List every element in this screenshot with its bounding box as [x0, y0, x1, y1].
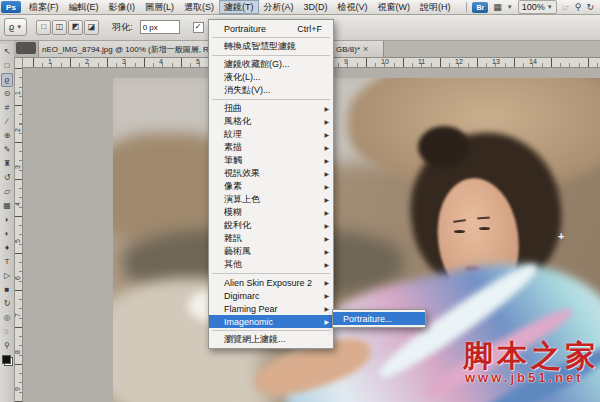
menu-item-portraiture-last[interactable]: Portraiture Ctrl+F: [209, 22, 333, 35]
menu-item-label: 素描: [224, 141, 316, 154]
move-tool-icon[interactable]: ↖: [1, 45, 13, 59]
menu-item-imagenomic[interactable]: Imagenomic ▶: [209, 315, 333, 328]
divider: [466, 2, 467, 12]
pen-tool-icon[interactable]: ♦: [1, 241, 13, 255]
subtract-from-selection-icon[interactable]: ◩: [68, 20, 83, 35]
menubar-item-filter[interactable]: 濾鏡(T): [219, 0, 259, 14]
history-brush-tool-icon[interactable]: ↺: [1, 171, 13, 185]
path-selection-tool-icon[interactable]: ▷: [1, 269, 13, 283]
zoom-level-select[interactable]: 100% ▼: [518, 0, 557, 14]
menu-item-other[interactable]: 其他 ▶: [209, 258, 333, 271]
eraser-tool-icon[interactable]: ▱: [1, 185, 13, 199]
canvas-image[interactable]: + 脚本之家 www.jb51.net: [113, 78, 600, 402]
hand-tool-icon[interactable]: ☞: [1, 325, 13, 339]
dodge-tool-icon[interactable]: ◐: [1, 227, 13, 241]
foreground-color-swatch[interactable]: [2, 355, 11, 364]
menu-item-convert-smart-filters[interactable]: 轉換成智慧型濾鏡: [209, 40, 333, 53]
menubar-item-layer[interactable]: 圖層(L): [140, 0, 179, 14]
document-tab-label: nEO_IMG_8794.jpg @ 100% (新增一般圖層, RGB/8)*: [42, 44, 232, 55]
eyedropper-tool-icon[interactable]: ∕: [1, 115, 13, 129]
menubar-item-help[interactable]: 說明(H): [415, 0, 456, 14]
menu-item-distort[interactable]: 扭曲 ▶: [209, 102, 333, 115]
menu-item-texture[interactable]: 紋理 ▶: [209, 128, 333, 141]
menu-item-brush-strokes[interactable]: 筆觸 ▶: [209, 154, 333, 167]
selection-mode-group: □◫◩◪: [36, 20, 99, 35]
menu-item-render[interactable]: 演算上色 ▶: [209, 193, 333, 206]
menu-item-blur[interactable]: 模糊 ▶: [209, 206, 333, 219]
panel-toggle[interactable]: [16, 42, 36, 54]
3d-rotate-tool-icon[interactable]: ↻: [1, 297, 13, 311]
menubar-item-file[interactable]: 檔案(F): [24, 0, 64, 14]
document-tab-2[interactable]: GB/8)* ×: [332, 40, 384, 57]
menu-item-sharpen[interactable]: 銳利化 ▶: [209, 219, 333, 232]
menu-item-label: Alien Skin Exposure 2: [224, 278, 316, 288]
crop-tool-icon[interactable]: #: [1, 101, 13, 115]
menu-separator: [212, 55, 330, 56]
shape-tool-icon[interactable]: ■: [1, 283, 13, 297]
arrange-documents-icon[interactable]: ▦: [493, 2, 502, 12]
menu-item-noise[interactable]: 雜訊 ▶: [209, 232, 333, 245]
menu-item-digimarc[interactable]: Digimarc ▶: [209, 289, 333, 302]
lasso-tool-icon[interactable]: ϱ: [1, 73, 13, 87]
menubar-item-image[interactable]: 影像(I): [104, 0, 141, 14]
intersect-selection-icon[interactable]: ◪: [84, 20, 99, 35]
type-tool-icon[interactable]: T: [1, 255, 13, 269]
menu-item-filter-gallery[interactable]: 濾鏡收藏館(G)...: [209, 58, 333, 71]
menubar-item-select[interactable]: 選取(S): [179, 0, 219, 14]
submenu-item-portraiture[interactable]: Portraiture...: [333, 312, 425, 325]
menu-separator: [212, 330, 330, 331]
menubar-item-window[interactable]: 視窗(W): [373, 0, 416, 14]
menu-item-flaming-pear[interactable]: Flaming Pear ▶: [209, 302, 333, 315]
menubar-item-edit[interactable]: 編輯(E): [64, 0, 104, 14]
submenu-arrow-icon: ▶: [322, 118, 329, 125]
rotate-view-icon[interactable]: ↻: [586, 2, 594, 12]
menubar-item-analysis[interactable]: 分析(A): [259, 0, 299, 14]
menu-item-sketch[interactable]: 素描 ▶: [209, 141, 333, 154]
menubar-item-3d[interactable]: 3D(D): [299, 0, 333, 14]
menu-item-browse-filters-online[interactable]: 瀏覽網上濾鏡...: [209, 333, 333, 346]
document-tab-2-label: GB/8)*: [336, 45, 360, 54]
clone-stamp-tool-icon[interactable]: ♜: [1, 157, 13, 171]
3d-orbit-tool-icon[interactable]: ◎: [1, 311, 13, 325]
menu-item-video[interactable]: 視訊效果 ▶: [209, 167, 333, 180]
hand-tool-icon[interactable]: ☞: [562, 2, 570, 12]
document-tab[interactable]: nEO_IMG_8794.jpg @ 100% (新增一般圖層, RGB/8)*: [38, 40, 232, 57]
menu-item-liquify[interactable]: 液化(L)...: [209, 71, 333, 84]
ruler-number: 5: [14, 239, 21, 243]
menu-item-label: 風格化: [224, 115, 316, 128]
tool-preset-picker[interactable]: ϱ ▼: [4, 18, 27, 36]
blur-tool-icon[interactable]: ◗: [1, 213, 13, 227]
menubar-item-view[interactable]: 檢視(V): [333, 0, 373, 14]
close-tab-icon[interactable]: ×: [363, 44, 368, 54]
bridge-button[interactable]: Br: [472, 2, 488, 13]
menu-item-stylize[interactable]: 風格化 ▶: [209, 115, 333, 128]
menu-bar: Ps 檔案(F)編輯(E)影像(I)圖層(L)選取(S)濾鏡(T)分析(A)3D…: [0, 0, 600, 15]
menu-item-alien-skin-exposure-2[interactable]: Alien Skin Exposure 2 ▶: [209, 276, 333, 289]
menu-item-artistic[interactable]: 藝術風 ▶: [209, 245, 333, 258]
antialias-checkbox[interactable]: ✓: [193, 22, 204, 33]
menu-item-shortcut: Ctrl+F: [297, 24, 322, 34]
submenu-arrow-icon: ▶: [322, 305, 329, 312]
color-swatches[interactable]: [2, 355, 13, 366]
zoom-level-value: 100%: [522, 2, 545, 12]
submenu-arrow-icon: ▶: [322, 157, 329, 164]
quick-selection-tool-icon[interactable]: ⊙: [1, 87, 13, 101]
ruler-number: 4: [159, 58, 163, 65]
menu-item-label: Flaming Pear: [224, 304, 316, 314]
brush-tool-icon[interactable]: ✎: [1, 143, 13, 157]
watermark-url: www.jb51.net: [465, 370, 584, 385]
menu-item-pixelate[interactable]: 像素 ▶: [209, 180, 333, 193]
menu-item-vanishing-point[interactable]: 消失點(V)...: [209, 84, 333, 97]
magnifier-icon[interactable]: ⚲: [575, 2, 582, 12]
marquee-tool-icon[interactable]: □: [1, 59, 13, 73]
vertical-ruler[interactable]: 123456789: [14, 57, 23, 402]
add-to-selection-icon[interactable]: ◫: [52, 20, 67, 35]
gradient-tool-icon[interactable]: ▦: [1, 199, 13, 213]
menu-separator: [212, 37, 330, 38]
zoom-tool-icon[interactable]: ⚲: [1, 339, 13, 353]
ruler-number: 1: [48, 58, 52, 65]
feather-input[interactable]: 0 px: [140, 20, 180, 34]
new-selection-icon[interactable]: □: [36, 20, 51, 35]
healing-brush-tool-icon[interactable]: ⊕: [1, 129, 13, 143]
menu-item-label: 像素: [224, 180, 316, 193]
